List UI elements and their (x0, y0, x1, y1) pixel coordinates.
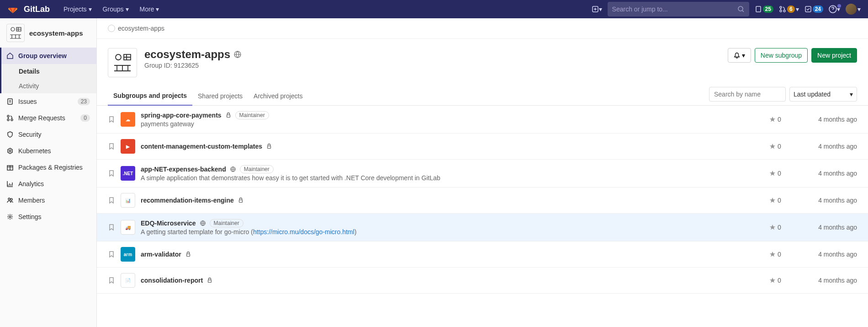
project-stars[interactable]: 0 (769, 170, 797, 177)
merge-request-icon (779, 5, 786, 13)
sidebar-item-settings[interactable]: Settings (0, 209, 96, 225)
chevron-down-icon: ▾ (850, 91, 853, 98)
bookmark-icon[interactable] (108, 251, 115, 258)
project-row[interactable]: 🚚EDQ-MicroserviceMaintainerA getting sta… (97, 214, 868, 241)
sidebar-item-packages-registries[interactable]: Packages & Registries (0, 159, 96, 176)
project-stars[interactable]: 0 (769, 197, 797, 204)
tab-shared-projects[interactable]: Shared projects (192, 87, 248, 105)
bookmark-icon[interactable] (108, 143, 115, 150)
sidebar-item-analytics[interactable]: Analytics (0, 176, 96, 192)
svg-point-18 (9, 216, 11, 218)
tab-subgroups-projects[interactable]: Subgroups and projects (108, 86, 192, 106)
project-name[interactable]: consolidation-report (141, 277, 203, 284)
mr-icon (6, 114, 14, 122)
project-name[interactable]: EDQ-Microservice (141, 220, 196, 227)
bookmark-icon[interactable] (108, 224, 115, 231)
project-updated-time: 4 months ago (802, 197, 857, 204)
sidebar-item-members[interactable]: Members (0, 192, 96, 209)
svg-point-1 (738, 6, 743, 11)
sidebar-group-header[interactable]: ecosystem-apps (0, 18, 96, 48)
help-icon[interactable]: ▾ (829, 5, 840, 13)
project-row[interactable]: ▶content-management-custom-templates04 m… (97, 134, 868, 160)
todos-counter[interactable]: 25 (755, 5, 773, 13)
global-search[interactable] (608, 2, 749, 16)
nav-projects[interactable]: Projects▾ (59, 0, 96, 18)
issues-counter[interactable]: 24 (804, 5, 823, 13)
project-description: A getting started template for go-micro … (141, 228, 764, 236)
shield-icon (6, 131, 14, 138)
project-updated-time: 4 months ago (802, 170, 857, 177)
project-name[interactable]: recommendation-items-engine (141, 197, 234, 204)
sidebar-item-merge-requests[interactable]: Merge Requests0 (0, 110, 96, 126)
project-stars[interactable]: 0 (769, 143, 797, 150)
breadcrumb-text[interactable]: ecosystem-apps (118, 25, 164, 32)
sidebar: ecosystem-apps Group overviewDetailsActi… (0, 18, 97, 327)
chevron-down-icon: ▾ (89, 5, 92, 13)
sidebar-subitem-details[interactable]: Details (1, 64, 96, 79)
gitlab-logo-icon[interactable] (7, 4, 18, 15)
sidebar-badge: 23 (78, 98, 90, 105)
globe-icon (200, 220, 206, 226)
sort-dropdown[interactable]: Last updated▾ (789, 87, 857, 102)
project-name[interactable]: app-NET-expenses-backend (141, 166, 226, 173)
group-title: ecosystem-apps (144, 48, 241, 61)
nav-groups[interactable]: Groups▾ (98, 0, 133, 18)
globe-icon (230, 166, 236, 172)
tab-archived-projects[interactable]: Archived projects (248, 87, 308, 105)
search-input[interactable] (612, 5, 737, 13)
project-row[interactable]: .NETapp-NET-expenses-backendMaintainerA … (97, 160, 868, 188)
svg-point-11 (7, 115, 9, 117)
lock-icon (206, 277, 213, 284)
new-project-button[interactable]: New project (811, 48, 857, 63)
star-count: 0 (778, 251, 781, 258)
project-avatar: ☁ (121, 112, 135, 127)
package-icon (6, 164, 14, 171)
project-description: payments gateway (141, 120, 764, 128)
nav-groups-label: Groups (103, 5, 124, 13)
project-stars[interactable]: 0 (769, 277, 797, 284)
star-icon (769, 170, 776, 177)
notifications-button[interactable]: ▾ (728, 48, 751, 63)
project-updated-time: 4 months ago (802, 143, 857, 150)
filter-search-input[interactable] (709, 87, 786, 102)
sidebar-item-kubernetes[interactable]: Kubernetes (0, 143, 96, 159)
project-row[interactable]: 📄consolidation-report04 months ago (97, 268, 868, 294)
mr-count: 6 (787, 5, 795, 13)
nav-more[interactable]: More▾ (135, 0, 164, 18)
bookmark-icon[interactable] (108, 277, 115, 284)
project-name[interactable]: spring-app-core-payments (141, 112, 222, 119)
bookmark-icon[interactable] (108, 197, 115, 204)
sidebar-item-group-overview[interactable]: Group overview (0, 48, 96, 64)
brand-label[interactable]: GitLab (24, 5, 50, 14)
project-name[interactable]: arm-validator (141, 251, 181, 258)
project-row[interactable]: armarm-validator04 months ago (97, 241, 868, 268)
project-stars[interactable]: 0 (769, 116, 797, 123)
svg-point-4 (780, 10, 782, 12)
svg-point-13 (11, 119, 13, 121)
project-description-link[interactable]: https://micro.mu/docs/go-micro.html (253, 228, 355, 236)
plus-icon[interactable]: ▾ (592, 5, 602, 13)
role-badge: Maintainer (210, 219, 243, 227)
project-stars[interactable]: 0 (769, 224, 797, 231)
new-subgroup-button[interactable]: New subgroup (755, 48, 808, 63)
project-avatar: ▶ (121, 139, 135, 154)
project-row[interactable]: 📊recommendation-items-engine04 months ag… (97, 188, 868, 214)
main-content: ecosystem-apps ecosystem-apps Group ID: … (97, 18, 868, 327)
bookmark-icon[interactable] (108, 170, 115, 177)
svg-point-14 (9, 150, 11, 152)
project-row[interactable]: ☁spring-app-core-paymentsMaintainerpayme… (97, 106, 868, 134)
star-icon (769, 197, 776, 204)
mr-counter[interactable]: 6 ▾ (779, 5, 799, 13)
star-icon (769, 143, 776, 150)
sidebar-item-issues[interactable]: Issues23 (0, 93, 96, 110)
sidebar-item-security[interactable]: Security (0, 126, 96, 143)
project-name[interactable]: content-management-custom-templates (141, 143, 262, 150)
project-stars[interactable]: 0 (769, 251, 797, 258)
sidebar-item-label: Security (18, 131, 42, 138)
star-icon (769, 251, 776, 257)
svg-rect-23 (268, 146, 271, 148)
user-menu[interactable]: ▾ (846, 4, 861, 15)
sidebar-subitem-activity[interactable]: Activity (1, 79, 96, 93)
bookmark-icon[interactable] (108, 116, 115, 123)
project-avatar: 🚚 (121, 220, 135, 235)
